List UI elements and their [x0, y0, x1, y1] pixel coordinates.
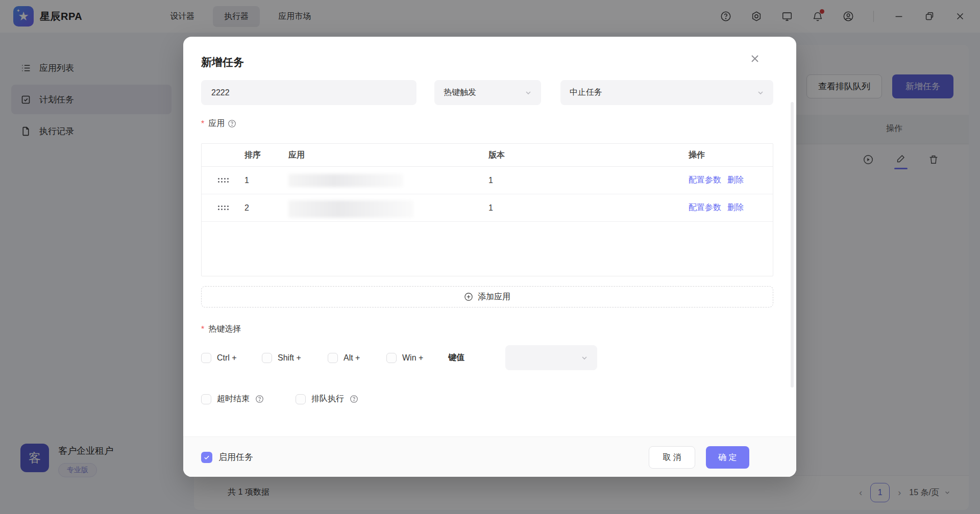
row-order: 2: [244, 203, 288, 213]
trigger-type-value: 热键触发: [444, 87, 476, 98]
timeout-label: 超时结束: [217, 394, 250, 404]
alt-label: Alt +: [344, 353, 360, 363]
modal-scrollbar[interactable]: [791, 102, 794, 388]
chevron-down-icon: [525, 89, 532, 96]
key-value-label: 键值: [448, 352, 464, 363]
app-table-row: 1 1 配置参数 删除: [202, 167, 773, 194]
app-table-header: 排序 应用 版本 操作: [202, 144, 773, 167]
add-app-label: 添加应用: [478, 292, 510, 302]
alt-checkbox[interactable]: [328, 353, 338, 363]
ctrl-label: Ctrl +: [217, 353, 237, 363]
required-asterisk: *: [201, 119, 204, 128]
shift-label: Shift +: [278, 353, 301, 363]
help-circle-icon[interactable]: [255, 395, 264, 403]
col-version: 版本: [488, 150, 689, 161]
configure-params-link[interactable]: 配置参数: [689, 202, 721, 213]
hotkey-row: Ctrl + Shift + Alt + Win + 键值: [201, 345, 464, 370]
win-checkbox[interactable]: [386, 353, 397, 363]
abort-policy-select[interactable]: 中止任务: [560, 80, 773, 105]
new-task-modal: 新增任务 热键触发 中止任务 * 应用 排序 应用 版本 操作 1 1 配置参数: [183, 37, 796, 477]
drag-handle[interactable]: [218, 178, 229, 183]
chevron-down-icon: [757, 89, 764, 96]
app-table: 排序 应用 版本 操作 1 1 配置参数 删除 2 1 配置参数 删除: [201, 143, 773, 276]
queue-label: 排队执行: [311, 394, 344, 404]
task-name-input[interactable]: [201, 80, 416, 105]
drag-handle[interactable]: [218, 205, 229, 210]
timeout-checkbox[interactable]: [201, 394, 211, 404]
modal-close-icon[interactable]: [747, 51, 763, 66]
app-section-label: * 应用: [201, 118, 236, 129]
col-app: 应用: [288, 150, 488, 161]
cancel-button[interactable]: 取 消: [649, 446, 695, 469]
delete-row-link[interactable]: 删除: [727, 175, 744, 186]
ctrl-checkbox[interactable]: [201, 353, 211, 363]
shift-checkbox[interactable]: [262, 353, 272, 363]
queue-checkbox[interactable]: [296, 394, 306, 404]
plus-circle-icon: [464, 292, 473, 301]
configure-params-link[interactable]: 配置参数: [689, 175, 721, 186]
key-value-select[interactable]: [505, 345, 597, 370]
col-ops: 操作: [689, 150, 773, 161]
modal-footer: 启用任务 取 消 确 定: [183, 436, 796, 477]
add-app-button[interactable]: 添加应用: [201, 286, 773, 307]
row-order: 1: [244, 176, 288, 185]
help-circle-icon[interactable]: [350, 395, 358, 403]
app-table-row: 2 1 配置参数 删除: [202, 194, 773, 222]
row-version: 1: [488, 203, 689, 213]
app-name-redacted: [288, 174, 403, 187]
options-row: 超时结束 排队执行: [201, 394, 358, 404]
modal-title: 新增任务: [201, 55, 244, 69]
row-version: 1: [488, 176, 689, 185]
required-asterisk: *: [201, 325, 204, 334]
trigger-type-select[interactable]: 热键触发: [434, 80, 541, 105]
confirm-button[interactable]: 确 定: [706, 446, 749, 469]
check-icon: [203, 454, 210, 461]
enable-task-checkbox[interactable]: [201, 452, 212, 463]
app-name-redacted: [288, 200, 413, 218]
win-label: Win +: [402, 353, 423, 363]
hotkey-section-label: * 热键选择: [201, 324, 241, 335]
help-circle-icon[interactable]: [228, 119, 236, 128]
col-order: 排序: [244, 150, 288, 161]
abort-policy-value: 中止任务: [570, 87, 602, 98]
enable-task-label: 启用任务: [218, 451, 253, 463]
delete-row-link[interactable]: 删除: [727, 202, 744, 213]
chevron-down-icon: [581, 354, 588, 362]
